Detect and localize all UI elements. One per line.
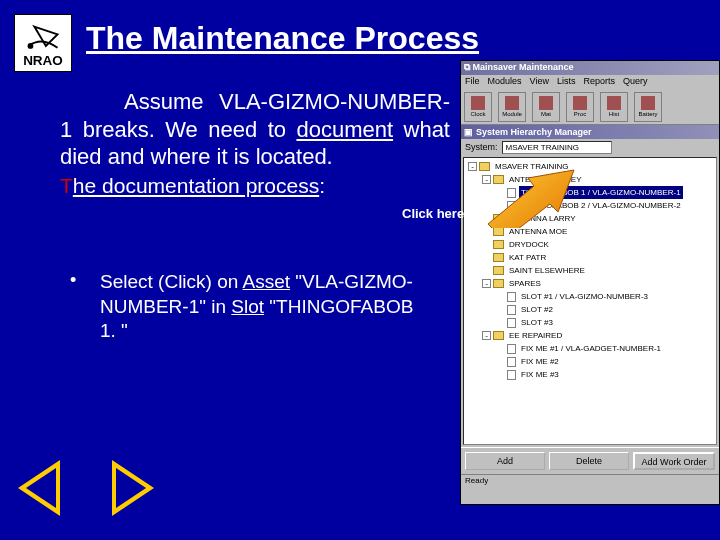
grid-icon (505, 96, 519, 110)
arrow-left-icon (18, 460, 60, 516)
folder-icon (493, 240, 504, 249)
tree-node[interactable]: SLOT #1 / VLA-GIZMO-NUMBER-3 (464, 290, 716, 303)
tree-node-label: SAINT ELSEWHERE (507, 264, 587, 277)
window-title-icon: ⧉ (464, 62, 470, 72)
doc-icon (507, 344, 516, 354)
tree-node[interactable]: SLOT #3 (464, 316, 716, 329)
nrao-logo: NRAO (14, 14, 72, 72)
tree-expand-icon[interactable]: - (482, 331, 491, 340)
tree-node-label: FIX ME #1 / VLA-GADGET-NUMBER-1 (519, 342, 663, 355)
hierarchy-titlebar: ▣ System Hierarchy Manager (461, 125, 719, 139)
folder-icon (493, 279, 504, 288)
toolbar-label: Battery (638, 111, 657, 117)
proc-colon: : (319, 174, 325, 197)
next-slide-button[interactable] (112, 460, 154, 520)
toolbar-grid-button[interactable]: Module (498, 92, 526, 122)
bullet-item: • Select (Click) on Asset "VLA-GIZMO-NUM… (70, 270, 430, 344)
doc-icon (507, 370, 516, 380)
toolbar-bat-button[interactable]: Battery (634, 92, 662, 122)
menu-modules[interactable]: Modules (488, 76, 522, 88)
edit-icon (573, 96, 587, 110)
callout-arrow-icon (486, 168, 576, 232)
status-bar: Ready (461, 474, 719, 488)
tree-node[interactable]: DRYDOCK (464, 238, 716, 251)
hierarchy-icon: ▣ (464, 127, 473, 137)
window-title-text: Mainsaver Maintenance (473, 62, 574, 72)
tree-node-label: EE REPAIRED (507, 329, 564, 342)
tree-node[interactable]: FIX ME #2 (464, 355, 716, 368)
prev-slide-button[interactable] (18, 460, 60, 520)
folder-icon (493, 266, 504, 275)
menu-view[interactable]: View (530, 76, 549, 88)
files-icon (539, 96, 553, 110)
tree-node-label: SLOT #2 (519, 303, 555, 316)
click-here-label: Click here! (402, 206, 468, 221)
arrow-right-icon (112, 460, 154, 516)
toolbar-label: Hist (609, 111, 619, 117)
svg-point-2 (28, 43, 34, 49)
bullet-asset: Asset (243, 271, 291, 292)
toolbar-edit-button[interactable]: Proc (566, 92, 594, 122)
system-label: System: (465, 142, 498, 152)
tree-node-label: DRYDOCK (507, 238, 551, 251)
tree-node[interactable]: SAINT ELSEWHERE (464, 264, 716, 277)
menu-lists[interactable]: Lists (557, 76, 576, 88)
add-work-order-button[interactable]: Add Work Order (633, 452, 715, 470)
logo-text: NRAO (23, 53, 63, 68)
window-titlebar[interactable]: ⧉ Mainsaver Maintenance (461, 61, 719, 75)
tree-node-label: SLOT #1 / VLA-GIZMO-NUMBER-3 (519, 290, 650, 303)
toolbar: ClockModuleMatProcHistBattery (461, 89, 719, 125)
menu-file[interactable]: File (465, 76, 480, 88)
tree-node[interactable]: -SPARES (464, 277, 716, 290)
system-dropdown[interactable]: MSAVER TRAINING (502, 141, 612, 154)
system-row: System: MSAVER TRAINING (461, 139, 719, 155)
button-row: Add Delete Add Work Order (461, 447, 719, 474)
folder-icon (493, 331, 504, 340)
menu-reports[interactable]: Reports (583, 76, 615, 88)
tree-node-label: SPARES (507, 277, 543, 290)
toolbar-label: Proc (574, 111, 586, 117)
doc-icon (507, 357, 516, 367)
proc-initial: T (60, 174, 73, 197)
tree-expand-icon[interactable]: - (482, 279, 491, 288)
hist-icon (607, 96, 621, 110)
doc-icon (507, 318, 516, 328)
toolbar-hist-button[interactable]: Hist (600, 92, 628, 122)
tree-node[interactable]: FIX ME #3 (464, 368, 716, 381)
tree-node[interactable]: -EE REPAIRED (464, 329, 716, 342)
svg-marker-3 (488, 170, 574, 228)
tree-node-label: KAT PATR (507, 251, 548, 264)
add-button[interactable]: Add (465, 452, 545, 470)
tree-node-label: SLOT #3 (519, 316, 555, 329)
slide-title: The Maintenance Process (86, 20, 479, 57)
proc-doc: documentation process (102, 174, 319, 197)
hierarchy-title-text: System Hierarchy Manager (476, 127, 592, 137)
mainsaver-window: ⧉ Mainsaver Maintenance FileModulesViewL… (460, 60, 720, 505)
folder-icon (493, 253, 504, 262)
bullet-dot-icon: • (70, 270, 76, 291)
tree-node[interactable]: FIX ME #1 / VLA-GADGET-NUMBER-1 (464, 342, 716, 355)
doc-icon (507, 292, 516, 302)
delete-button[interactable]: Delete (549, 452, 629, 470)
menu-query[interactable]: Query (623, 76, 648, 88)
toolbar-label: Clock (470, 111, 485, 117)
body-text: Assume VLA-GIZMO-NUMBER-1 breaks. We nee… (60, 88, 450, 199)
toolbar-label: Module (502, 111, 522, 117)
tree-expand-icon[interactable]: - (468, 162, 477, 171)
doc-icon (507, 305, 516, 315)
proc-he: he (73, 174, 102, 197)
bat-icon (641, 96, 655, 110)
tree-node[interactable]: KAT PATR (464, 251, 716, 264)
tree-node[interactable]: SLOT #2 (464, 303, 716, 316)
toolbar-files-button[interactable]: Mat (532, 92, 560, 122)
bullet-slot: Slot (231, 296, 264, 317)
tree-node-label: FIX ME #3 (519, 368, 561, 381)
menubar: FileModulesViewListsReportsQuery (461, 75, 719, 89)
toolbar-label: Mat (541, 111, 551, 117)
body-underline-document: document (296, 117, 393, 142)
clock-icon (471, 96, 485, 110)
tree-node-label: FIX ME #2 (519, 355, 561, 368)
bullet-a: Select (Click) on (100, 271, 243, 292)
toolbar-clock-button[interactable]: Clock (464, 92, 492, 122)
